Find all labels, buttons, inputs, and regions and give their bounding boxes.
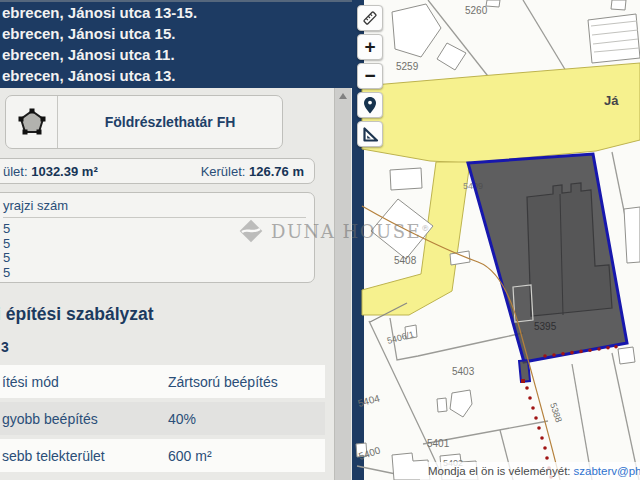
set-square-icon [361,126,379,143]
parcel-label: 5403 [452,366,475,377]
area-value: 1032.39 [31,164,78,179]
regulation-heading: i építési szabályzat [0,304,330,325]
area-label: ület: [3,164,28,179]
angle-tool-button[interactable] [357,121,383,147]
address-result[interactable]: ebrecen, Jánosi utca 13-15. [0,2,364,23]
row-value: 600 m² [168,448,212,464]
table-row: sebb telekterület 600 m² [0,439,325,472]
results-header: ebrecen, Jánosi utca 13-15. ebrecen, Ján… [0,0,364,88]
scroll-up-button[interactable] [335,88,351,104]
row-label: sebb telekterület [0,448,105,464]
scroll-up-icon [339,93,347,99]
parcel-number-header: yrajzi szám [3,198,306,218]
zoom-out-button[interactable]: − [357,63,383,89]
address-result[interactable]: ebrecen, Jánosi utca 15. [0,23,364,44]
perimeter-label: Kerület: [201,164,246,179]
layer-name: Földrészlethatár FH [58,96,282,148]
map-toolbar: + − [357,5,383,147]
parcel-label: 5395 [534,321,557,332]
parcel-number-row: 5 [3,266,306,281]
feedback-email-link[interactable]: szabterv@ph.de [574,465,640,477]
perimeter-value: 126.76 m [249,164,304,179]
gis-application: ebrecen, Jánosi utca 13-15. ebrecen, Ján… [0,0,640,480]
street-label: Já [604,93,619,108]
feedback-bar: Mondja el ön is véleményét: szabterv@ph.… [420,462,640,480]
parcel-number-box: yrajzi szám 5 5 5 5 [0,192,315,283]
table-row: ítési mód Zártsorú beépítés [0,365,325,398]
locate-button[interactable] [357,92,383,118]
measure-button[interactable] [357,5,383,31]
parcel-label: 5260 [465,5,488,16]
row-value: Zártsorú beépítés [168,374,278,390]
minus-icon: − [364,65,375,87]
parcel-label: 5259 [396,61,419,72]
location-pin-icon [362,96,378,115]
regulation-table: ítési mód Zártsorú beépítés gyobb beépít… [0,365,325,476]
layer-box: Földrészlethatár FH [5,95,283,149]
zone-code: 3 [1,339,9,355]
address-result[interactable]: ebrecen, Jánosi utca 13. [0,65,364,86]
map-canvas[interactable]: 5409 5260 5259 5 [352,0,640,480]
parcel-label: 5401 [427,438,450,449]
parcel-number-row: 5 [3,251,306,266]
area-unit: m² [82,164,98,179]
pentagon-parcel-icon [6,96,58,148]
plus-icon: + [364,36,375,58]
ruler-icon [360,8,380,28]
row-label: ítési mód [0,374,59,390]
feedback-text: Mondja el ön is véleményét: [428,465,571,477]
zoom-in-button[interactable]: + [357,34,383,60]
parcel-number-row: 5 [3,237,306,252]
address-result[interactable]: ebrecen, Jánosi utca 11. [0,44,364,65]
table-row: gyobb beépítés 40% [0,402,325,435]
panel-scrollbar[interactable] [334,88,351,480]
row-label: gyobb beépítés [0,411,98,427]
row-value: 40% [168,411,196,427]
info-panel: Földrészlethatár FH ület: 1032.39 m² Ker… [0,88,352,480]
parcel-number-row: 5 [3,222,306,237]
metrics-box: ület: 1032.39 m² Kerület: 126.76 m [0,158,315,184]
parcel-label: 5408 [394,255,417,266]
